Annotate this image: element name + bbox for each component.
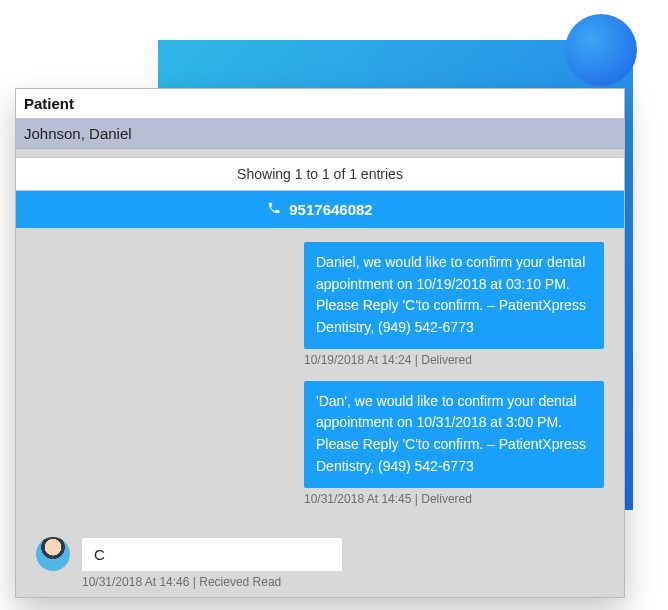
phone-icon — [267, 201, 281, 218]
decorative-circle — [565, 14, 637, 86]
patient-name: Johnson, Daniel — [24, 125, 132, 142]
reply-meta: 10/31/2018 At 14:46 | Recieved Read — [16, 571, 624, 597]
avatar[interactable] — [36, 537, 70, 571]
outgoing-message: Daniel, we would like to confirm your de… — [36, 242, 604, 367]
message-text: Daniel, we would like to confirm your de… — [316, 254, 586, 335]
phone-number-bar[interactable]: 9517646082 — [16, 191, 624, 228]
table-header-patient[interactable]: Patient — [16, 89, 624, 119]
reply-text: C — [94, 546, 105, 563]
conversation-area: Daniel, we would like to confirm your de… — [16, 228, 624, 537]
patient-row-selected[interactable]: Johnson, Daniel — [16, 119, 624, 149]
spacer — [16, 149, 624, 157]
column-header-label: Patient — [24, 95, 74, 112]
patient-messaging-panel: Patient Johnson, Daniel Showing 1 to 1 o… — [15, 88, 625, 598]
message-bubble[interactable]: 'Dan', we would like to confirm your den… — [304, 381, 604, 488]
outgoing-message: 'Dan', we would like to confirm your den… — [36, 381, 604, 506]
message-meta: 10/31/2018 At 14:45 | Delivered — [304, 492, 604, 506]
table-entries-info: Showing 1 to 1 of 1 entries — [16, 157, 624, 191]
phone-number: 9517646082 — [289, 201, 372, 218]
incoming-reply-row: C — [16, 537, 624, 571]
reply-bubble[interactable]: C — [82, 538, 342, 571]
message-bubble[interactable]: Daniel, we would like to confirm your de… — [304, 242, 604, 349]
entries-text: Showing 1 to 1 of 1 entries — [237, 166, 403, 182]
message-text: 'Dan', we would like to confirm your den… — [316, 393, 586, 474]
message-meta: 10/19/2018 At 14:24 | Delivered — [304, 353, 604, 367]
